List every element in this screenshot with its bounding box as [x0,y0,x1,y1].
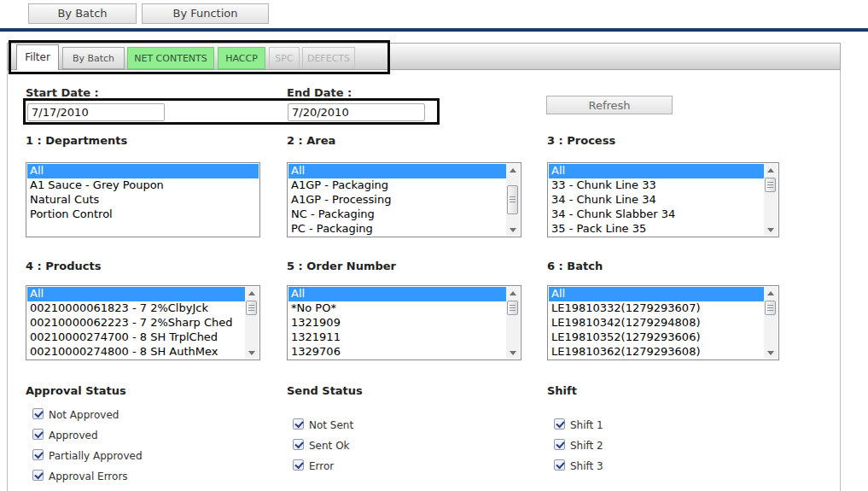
filter-panel [7,70,841,491]
scrollbar[interactable] [764,164,778,236]
list-item[interactable]: Portion Control [27,208,259,222]
list-item[interactable]: 34 - Chunk Line 34 [549,193,764,208]
list-item[interactable]: 00210000274700 - 8 SH TrplChed [27,330,245,345]
batch-title: 6 : Batch [547,260,603,272]
list-items: All *No PO* 1321909 1321911 1329706 [288,287,506,359]
scroll-up-icon[interactable] [245,287,259,300]
tab-net-contents[interactable]: NET CONTENTS [127,47,214,69]
scrollbar-thumb[interactable] [507,301,518,315]
batch-listbox[interactable]: All LE19810332(1279293607) LE19810342(12… [547,285,779,360]
tab-filter[interactable]: Filter [16,44,59,70]
checkbox-shift-3[interactable] [554,459,565,471]
checkbox-label: Approved [49,430,98,441]
list-item[interactable]: All [27,164,259,178]
list-item[interactable]: LE19810352(1279293606) [549,330,764,345]
list-item[interactable]: All [27,287,245,301]
scroll-down-icon[interactable] [245,346,259,359]
triangle-down-icon [510,228,516,232]
send-status-title: Send Status [287,384,363,397]
checkbox-approval-errors[interactable] [32,470,44,481]
by-function-button[interactable]: By Function [142,3,269,24]
list-item[interactable]: 1329706 [288,345,506,359]
end-date-label: End Date : [287,86,352,99]
triangle-down-icon [767,228,774,232]
list-item[interactable]: All [549,287,764,301]
checkbox-error[interactable] [293,459,304,471]
products-listbox[interactable]: All 00210000061823 - 7 2%ClbyJck 0021000… [26,285,260,360]
scrollbar-thumb[interactable] [765,301,776,315]
start-date-input[interactable] [27,103,165,121]
list-item[interactable]: 1321911 [288,330,506,345]
list-item[interactable]: All [288,287,506,301]
checkbox-label: Shift 1 [570,419,603,431]
scrollbar[interactable] [506,287,520,359]
list-item[interactable]: All [549,164,764,178]
checkbox-approved[interactable] [32,429,44,440]
list-item[interactable]: 00210000062223 - 7 2%Sharp Ched [27,316,245,330]
checkbox-shift-1[interactable] [554,418,565,430]
list-item[interactable]: LE19810362(1279293608) [549,345,764,359]
scroll-up-icon[interactable] [764,164,778,177]
checkbox-label: Not Approved [49,409,119,421]
list-item[interactable]: 00210000061823 - 7 2%ClbyJck [27,301,245,316]
checkbox-label: Partially Approved [49,450,143,462]
list-item[interactable]: PC - Packaging [288,222,506,236]
list-item[interactable]: 34 - Chunk Slabber 34 [549,208,764,222]
scrollbar-thumb[interactable] [765,178,776,192]
area-listbox[interactable]: All A1GP - Packaging A1GP - Processing N… [287,162,521,237]
by-batch-button[interactable]: By Batch [28,3,137,24]
checkbox-sent-ok[interactable] [293,439,304,450]
list-item[interactable]: 1321909 [288,316,506,330]
triangle-up-icon [510,168,516,172]
list-item[interactable]: A1 Sauce - Grey Poupon [27,178,259,193]
products-title: 4 : Products [26,260,101,272]
list-items: All A1GP - Packaging A1GP - Processing N… [288,164,506,236]
scrollbar-thumb[interactable] [246,301,257,315]
triangle-up-icon [510,291,516,295]
departments-listbox[interactable]: All A1 Sauce - Grey Poupon Natural Cuts … [26,162,260,237]
list-item[interactable]: Natural Cuts [27,193,259,208]
triangle-down-icon [767,351,774,355]
scroll-down-icon[interactable] [506,346,520,359]
list-item[interactable]: 33 - Chunk Line 33 [549,178,764,193]
checkbox-not-sent[interactable] [293,418,304,430]
tab-bar: Filter By Batch NET CONTENTS HACCP SPC D… [7,43,841,70]
scrollbar-thumb[interactable] [507,185,518,214]
departments-title: 1 : Departments [26,134,127,147]
checkbox-shift-2[interactable] [554,439,565,450]
tab-haccp[interactable]: HACCP [218,47,265,69]
scroll-down-icon[interactable] [506,223,520,236]
order-number-listbox[interactable]: All *No PO* 1321909 1321911 1329706 [287,285,521,360]
scroll-up-icon[interactable] [764,287,778,300]
scrollbar[interactable] [764,287,778,359]
scrollbar[interactable] [245,287,259,359]
shift-title: Shift [547,384,577,397]
list-item[interactable]: LE19810342(1279294808) [549,316,764,330]
approval-status-title: Approval Status [26,384,126,397]
list-item[interactable]: NC - Packaging [288,208,506,222]
tab-spc: SPC [269,47,300,69]
scroll-down-icon[interactable] [764,223,778,236]
list-item[interactable]: 00210000274800 - 8 SH AuthMex [27,345,245,359]
list-item[interactable]: A1GP - Processing [288,193,506,208]
checkbox-label: Shift 3 [570,460,603,472]
end-date-input[interactable] [288,103,425,121]
list-item[interactable]: LE19810332(1279293607) [549,301,764,316]
scrollbar[interactable] [506,164,520,236]
list-items: All LE19810332(1279293607) LE19810342(12… [549,287,764,359]
checkbox-not-approved[interactable] [32,408,44,419]
list-item[interactable]: All [288,164,506,178]
process-listbox[interactable]: All 33 - Chunk Line 33 34 - Chunk Line 3… [547,162,779,237]
scroll-up-icon[interactable] [506,287,520,300]
checkbox-partially-approved[interactable] [32,449,44,460]
list-item[interactable]: A1GP - Packaging [288,178,506,193]
refresh-button[interactable]: Refresh [546,96,673,114]
order-number-title: 5 : Order Number [287,260,396,272]
list-item[interactable]: 35 - Pack Line 35 [549,222,764,236]
scroll-down-icon[interactable] [764,346,778,359]
tab-by-batch[interactable]: By Batch [62,47,125,69]
list-item[interactable]: *No PO* [288,301,506,316]
scroll-up-icon[interactable] [506,164,520,177]
triangle-up-icon [767,168,774,172]
list-items: All 33 - Chunk Line 33 34 - Chunk Line 3… [549,164,764,236]
